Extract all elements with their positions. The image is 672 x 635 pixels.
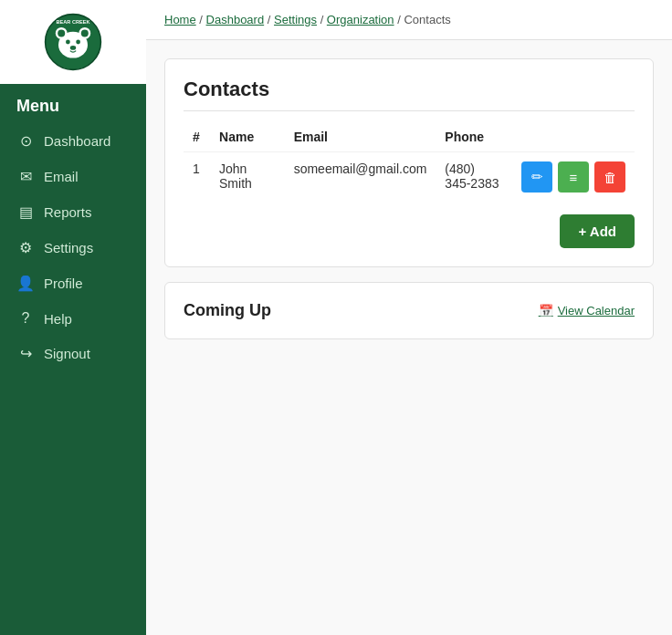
col-header-num: # xyxy=(184,122,210,152)
view-calendar-label: View Calendar xyxy=(558,304,635,318)
coming-up-card: Coming Up 📅 View Calendar xyxy=(164,282,654,339)
col-header-email: Email xyxy=(285,122,436,152)
add-btn-container: + Add xyxy=(184,214,635,248)
sidebar-item-help[interactable]: ? Help xyxy=(0,301,146,336)
sidebar-item-label: Signout xyxy=(44,346,90,361)
content-area: Contacts # Name Email Phone 1 xyxy=(146,40,672,358)
col-header-phone: Phone xyxy=(436,122,512,152)
sidebar-item-signout[interactable]: ↪ Signout xyxy=(0,336,146,371)
edit-button[interactable]: ✏ xyxy=(521,161,552,193)
reports-icon: ▤ xyxy=(16,203,35,221)
breadcrumb-organization[interactable]: Organization xyxy=(327,13,394,26)
logo-container: BEAR CREEK xyxy=(0,0,146,84)
sidebar-item-label: Help xyxy=(44,311,72,327)
profile-icon: 👤 xyxy=(16,275,35,292)
sidebar-item-label: Dashboard xyxy=(44,133,110,149)
svg-point-8 xyxy=(70,46,76,50)
col-header-actions xyxy=(512,122,635,152)
contacts-card: Contacts # Name Email Phone 1 xyxy=(164,58,654,267)
col-header-name: Name xyxy=(210,122,285,152)
action-buttons: ✏ ≡ 🗑 xyxy=(521,161,625,193)
sidebar-item-profile[interactable]: 👤 Profile xyxy=(0,265,146,301)
breadcrumb-dashboard[interactable]: Dashboard xyxy=(206,13,265,26)
sidebar-item-label: Email xyxy=(44,169,79,184)
sidebar-nav: ⊙ Dashboard ✉ Email ▤ Reports ⚙ Settings… xyxy=(0,123,146,371)
coming-up-header: Coming Up 📅 View Calendar xyxy=(184,301,635,320)
svg-text:BEAR CREEK: BEAR CREEK xyxy=(57,19,90,25)
sidebar-item-settings[interactable]: ⚙ Settings xyxy=(0,230,146,265)
contact-email: someemail@gmail.com xyxy=(285,152,436,203)
svg-point-4 xyxy=(58,29,65,36)
view-calendar-link[interactable]: 📅 View Calendar xyxy=(539,304,635,318)
svg-point-6 xyxy=(66,40,70,45)
coming-up-title: Coming Up xyxy=(184,301,271,320)
contact-name: John Smith xyxy=(210,152,285,203)
main-content: Home / Dashboard / Settings / Organizati… xyxy=(146,0,672,635)
email-icon: ✉ xyxy=(16,168,35,185)
contact-phone: (480) 345-2383 xyxy=(436,152,512,203)
breadcrumb-settings[interactable]: Settings xyxy=(274,13,317,26)
breadcrumb-current: Contacts xyxy=(404,13,450,26)
edit-icon: ✏ xyxy=(531,169,543,185)
sidebar-item-label: Settings xyxy=(44,240,93,255)
contact-num: 1 xyxy=(184,152,210,203)
sidebar: BEAR CREEK Menu ⊙ Dashboard ✉ Email ▤ Re… xyxy=(0,0,146,635)
list-icon: ≡ xyxy=(570,170,578,185)
sidebar-item-label: Profile xyxy=(44,276,83,291)
breadcrumb-home[interactable]: Home xyxy=(164,13,196,26)
sidebar-item-dashboard[interactable]: ⊙ Dashboard xyxy=(0,123,146,159)
svg-point-5 xyxy=(81,29,89,36)
contact-actions: ✏ ≡ 🗑 xyxy=(512,152,635,203)
table-row: 1 John Smith someemail@gmail.com (480) 3… xyxy=(184,152,635,203)
sidebar-item-email[interactable]: ✉ Email xyxy=(0,159,146,194)
contacts-table: # Name Email Phone 1 John Smith someemai… xyxy=(184,122,635,202)
breadcrumb: Home / Dashboard / Settings / Organizati… xyxy=(146,0,672,40)
menu-label: Menu xyxy=(0,84,146,123)
add-contact-button[interactable]: + Add xyxy=(560,214,635,248)
dashboard-icon: ⊙ xyxy=(16,132,35,150)
trash-icon: 🗑 xyxy=(604,170,617,185)
settings-icon: ⚙ xyxy=(16,239,35,256)
contacts-title: Contacts xyxy=(184,78,635,111)
list-button[interactable]: ≡ xyxy=(558,161,589,193)
svg-point-7 xyxy=(76,40,80,45)
sidebar-item-reports[interactable]: ▤ Reports xyxy=(0,194,146,230)
help-icon: ? xyxy=(16,310,35,327)
bear-creek-logo: BEAR CREEK xyxy=(44,13,102,71)
sidebar-item-label: Reports xyxy=(44,204,92,220)
signout-icon: ↪ xyxy=(16,345,35,362)
delete-button[interactable]: 🗑 xyxy=(594,161,625,193)
calendar-icon: 📅 xyxy=(539,304,553,318)
